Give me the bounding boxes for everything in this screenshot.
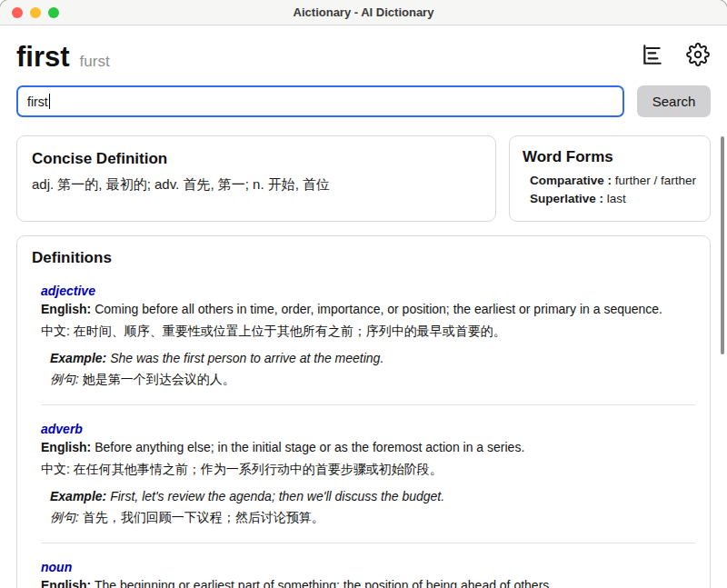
chinese-definition: 中文: 在时间、顺序、重要性或位置上位于其他所有之前；序列中的最早或首要的。	[41, 321, 695, 342]
traffic-lights	[12, 7, 59, 18]
app-window: Aictionary - AI Dictionary first furst	[0, 0, 727, 588]
definition-entry-noun: noun English: The beginning or earliest …	[32, 560, 695, 588]
concise-definition-text: adj. 第一的, 最初的; adv. 首先, 第一; n. 开始, 首位	[32, 176, 481, 194]
english-definition: English: Coming before all others in tim…	[41, 299, 695, 320]
comparative-label: Comparative :	[530, 174, 612, 187]
search-input-value: first	[27, 95, 48, 109]
pos-label: adjective	[41, 284, 695, 298]
word-forms-title: Word Forms	[523, 148, 697, 166]
window-title: Aictionary - AI Dictionary	[294, 5, 434, 19]
word-form-row-superlative: Superlative : last	[530, 190, 697, 208]
superlative-label: Superlative :	[530, 192, 603, 205]
minimize-window-button[interactable]	[30, 7, 41, 18]
pos-label: noun	[41, 560, 695, 574]
english-definition: English: The beginning or earliest part …	[41, 575, 695, 588]
example-block: Example: First, let's review the agenda;…	[50, 486, 695, 528]
definitions-card: Definitions adjective English: Coming be…	[16, 235, 711, 588]
definitions-title: Definitions	[32, 249, 695, 267]
english-definition: English: Before anything else; in the in…	[41, 437, 695, 458]
close-window-button[interactable]	[12, 7, 23, 18]
pos-label: adverb	[41, 422, 695, 436]
titlebar: Aictionary - AI Dictionary	[0, 0, 727, 25]
text-caret	[49, 94, 51, 109]
pronunciation: furst	[80, 53, 110, 71]
example-chinese: 例句: 她是第一个到达会议的人。	[50, 369, 695, 390]
comparative-value: further / farther	[615, 174, 696, 187]
concise-definition-card: Concise Definition adj. 第一的, 最初的; adv. 首…	[16, 135, 496, 222]
example-english: Example: First, let's review the agenda;…	[50, 486, 695, 507]
bar-chart-icon[interactable]	[640, 42, 665, 67]
word-header: first furst	[16, 41, 711, 74]
superlative-value: last	[607, 192, 626, 205]
search-input[interactable]: first	[16, 85, 624, 117]
word-form-row-comparative: Comparative : further / farther	[530, 172, 697, 190]
definition-entry-adjective: adjective English: Coming before all oth…	[32, 284, 695, 390]
entry-divider	[41, 543, 695, 543]
example-english: Example: She was the first person to arr…	[50, 348, 695, 369]
chinese-definition: 中文: 在任何其他事情之前；作为一系列行动中的首要步骤或初始阶段。	[41, 459, 695, 480]
headword: first	[16, 41, 70, 74]
definition-entry-adverb: adverb English: Before anything else; in…	[32, 422, 695, 528]
word-forms-card: Word Forms Comparative : further / farth…	[509, 135, 711, 222]
gear-icon[interactable]	[685, 42, 711, 67]
example-chinese: 例句: 首先，我们回顾一下议程；然后讨论预算。	[50, 507, 695, 528]
vertical-scrollbar[interactable]	[721, 136, 724, 354]
zoom-window-button[interactable]	[48, 7, 59, 18]
example-block: Example: She was the first person to arr…	[50, 348, 695, 390]
search-button[interactable]: Search	[637, 85, 711, 117]
entry-divider	[41, 404, 695, 405]
concise-definition-title: Concise Definition	[32, 150, 481, 168]
